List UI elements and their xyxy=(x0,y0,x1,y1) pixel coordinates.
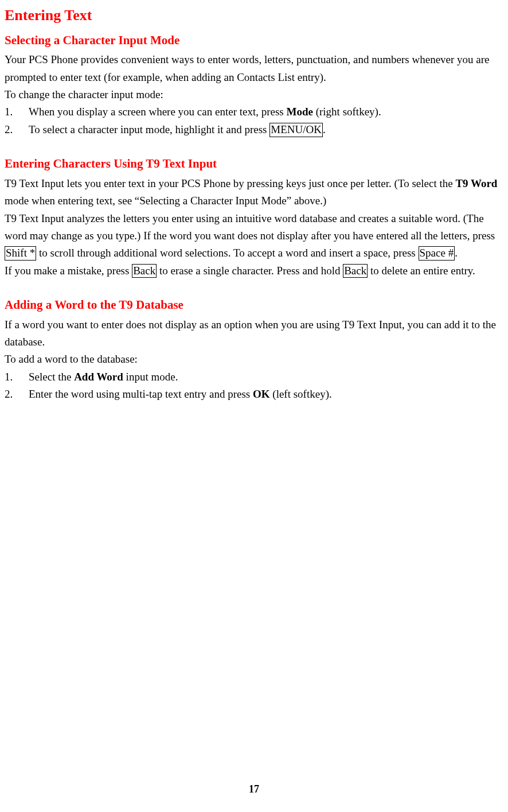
list-item: When you display a screen where you can … xyxy=(5,103,503,121)
section-heading-selecting: Selecting a Character Input Mode xyxy=(5,31,503,50)
list-item: To select a character input mode, highli… xyxy=(5,121,503,138)
text: Enter the word using multi-tap text entr… xyxy=(29,388,253,400)
bold-text: OK xyxy=(253,388,270,400)
text: . xyxy=(323,123,326,135)
key-label: MENU/OK xyxy=(269,123,323,137)
key-label: Back xyxy=(132,264,157,278)
paragraph: If a word you want to enter does not dis… xyxy=(5,316,503,351)
text: . xyxy=(455,247,458,259)
paragraph: T9 Text Input lets you enter text in you… xyxy=(5,175,503,210)
list-item: Select the Add Word input mode. xyxy=(5,368,503,386)
paragraph: To change the character input mode: xyxy=(5,86,503,103)
key-label: Shift * xyxy=(5,246,36,261)
text: input mode. xyxy=(123,371,178,383)
paragraph: If you make a mistake, press Back to era… xyxy=(5,262,503,279)
bold-text: Add Word xyxy=(74,371,123,383)
text: T9 Text Input analyzes the letters you e… xyxy=(5,212,495,242)
list-item: Enter the word using multi-tap text entr… xyxy=(5,386,503,403)
bold-text: T9 Word xyxy=(455,177,497,189)
text: (left softkey). xyxy=(270,388,332,400)
section-heading-t9input: Entering Characters Using T9 Text Input xyxy=(5,154,503,174)
bold-text: Mode xyxy=(287,106,313,118)
text: to erase a single character. Press and h… xyxy=(157,265,343,277)
text: to scroll through additional word select… xyxy=(36,247,418,259)
text: When you display a screen where you can … xyxy=(29,106,287,118)
ordered-list: When you display a screen where you can … xyxy=(5,103,503,138)
text: To select a character input mode, highli… xyxy=(29,123,269,135)
key-label: Back xyxy=(343,264,368,278)
text: (right softkey). xyxy=(313,106,381,118)
page-title: Entering Text xyxy=(5,3,503,28)
text: Select the xyxy=(29,371,74,383)
section-heading-addword: Adding a Word to the T9 Database xyxy=(5,296,503,315)
text: to delete an entire entry. xyxy=(368,265,475,277)
paragraph: T9 Text Input analyzes the letters you e… xyxy=(5,210,503,262)
text: If you make a mistake, press xyxy=(5,265,132,277)
paragraph: Your PCS Phone provides convenient ways … xyxy=(5,51,503,86)
ordered-list: Select the Add Word input mode. Enter th… xyxy=(5,368,503,403)
text: T9 Text Input lets you enter text in you… xyxy=(5,177,455,189)
paragraph: To add a word to the database: xyxy=(5,351,503,368)
key-label: Space # xyxy=(419,246,455,261)
text: mode when entering text, see “Selecting … xyxy=(5,195,326,207)
